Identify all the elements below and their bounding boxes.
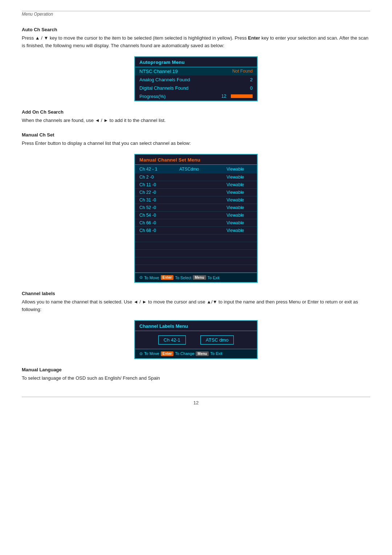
footer-divider — [22, 397, 370, 397]
manual-ch-header-col1: Ch 42 - 1 — [139, 167, 179, 172]
progress-bar-container: 12 — [221, 94, 253, 99]
enter-button[interactable]: Enter — [161, 275, 174, 280]
ch-col1: Ch 22 -0 — [139, 190, 179, 195]
ch-col2 — [179, 228, 226, 233]
table-row: Ch 66 -0 Viewable — [135, 219, 257, 227]
ch-col1: Ch 54 -0 — [139, 213, 179, 218]
table-row: Ch 31 -0 Viewable — [135, 196, 257, 204]
auto-ch-search-body: Press ▲ / ▼ key to move the cursor to th… — [22, 34, 370, 50]
autoprogram-row-progress: Progress(%) 12 — [135, 92, 257, 101]
move-label: To Move — [144, 276, 159, 280]
table-row: Ch 2 -0 Viewable — [135, 174, 257, 181]
autoprogram-row-analog: Analog Channels Found 2 — [135, 76, 257, 84]
menu-button[interactable]: Menu — [193, 275, 206, 280]
exit-label: To Exit — [208, 276, 220, 280]
analog-label: Analog Channels Found — [139, 77, 190, 82]
exit-label: To Exit — [210, 351, 222, 356]
digital-label: Digital Channels Found — [139, 85, 188, 91]
manual-ch-header-row: Ch 42 - 1 ATSCdmo Viewable — [135, 165, 257, 174]
ntsc-value: Not Found — [232, 69, 253, 74]
ch-col1: Ch 68 -0 — [139, 228, 179, 233]
ch-col3: Viewable — [226, 175, 259, 180]
manual-ch-set-body: Press Enter button to display a channel … — [22, 140, 370, 147]
channel-labels-fields-row: Ch 42-1 ATSC dmo — [135, 331, 257, 349]
channel-number-field[interactable]: Ch 42-1 — [158, 335, 186, 344]
ch-col3: Viewable — [226, 228, 259, 233]
ch-col3: Viewable — [226, 220, 259, 225]
select-label: To Select — [175, 276, 191, 280]
analog-value: 2 — [250, 77, 253, 82]
table-row-empty — [135, 265, 257, 273]
channel-labels-title: Channel labels — [22, 291, 370, 296]
ch-col2 — [179, 213, 226, 218]
autoprogram-menu-box: Autoprogram Menu NTSC Channel 19 Not Fou… — [134, 56, 258, 101]
progress-num: 12 — [221, 94, 229, 99]
move-icon: ⊙ — [139, 351, 143, 356]
ch-col1: Ch 52 -0 — [139, 205, 179, 210]
ch-col3: Viewable — [226, 197, 259, 203]
table-row: Ch 11 -0 Viewable — [135, 181, 257, 189]
table-row-empty — [135, 257, 257, 265]
ch-col3: Viewable — [226, 205, 259, 210]
ch-col1: Ch 11 -0 — [139, 182, 179, 187]
ch-col3: Viewable — [226, 213, 259, 218]
progress-label: Progress(%) — [139, 94, 166, 99]
autoprogram-menu-wrapper: Autoprogram Menu NTSC Channel 19 Not Fou… — [22, 56, 370, 101]
ch-col1: Ch 31 -0 — [139, 197, 179, 203]
header-label: Menu Operation — [22, 12, 53, 17]
table-row: Ch 22 -0 Viewable — [135, 189, 257, 196]
channel-labels-menu-box: Channel Labels Menu Ch 42-1 ATSC dmo ⊙ T… — [134, 320, 258, 359]
ch-col3: Viewable — [226, 182, 259, 187]
manual-menu-footer: ⊙ To Move Enter To Select Menu To Exit — [135, 273, 257, 282]
auto-ch-search-title: Auto Ch Search — [22, 27, 370, 32]
ch-col1: Ch 2 -0 — [139, 175, 179, 180]
ch-col2 — [179, 205, 226, 210]
autoprogram-row-digital: Digital Channels Found 0 — [135, 84, 257, 92]
manual-channel-menu-title: Manual Channel Set Menu — [135, 155, 257, 165]
digital-value: 0 — [250, 85, 253, 91]
enter-button[interactable]: Enter — [161, 351, 174, 356]
channel-labels-footer: ⊙ To Move Enter To Change Menu To Exit — [135, 349, 257, 358]
channel-labels-body: Allows you to name the channel that is s… — [22, 298, 370, 314]
move-label: To Move — [144, 351, 159, 356]
progress-bar — [231, 94, 253, 98]
header-divider: Menu Operation — [22, 11, 370, 19]
channel-labels-menu-title: Channel Labels Menu — [135, 321, 257, 331]
table-row: Ch 68 -0 Viewable — [135, 227, 257, 234]
ch-col2 — [179, 175, 226, 180]
manual-ch-header-col2: ATSCdmo — [179, 167, 226, 172]
add-on-ch-search-title: Add On Ch Search — [22, 109, 370, 115]
table-row: Ch 52 -0 Viewable — [135, 204, 257, 212]
ch-col2 — [179, 220, 226, 225]
autoprogram-row-ntsc: NTSC Channel 19 Not Found — [135, 67, 257, 76]
ntsc-label: NTSC Channel 19 — [139, 69, 178, 74]
ch-col1: Ch 66 -0 — [139, 220, 179, 225]
manual-ch-header-col3: Viewable — [226, 167, 259, 172]
manual-language-title: Manual Language — [22, 367, 370, 372]
manual-language-body: To select language of the OSD such as En… — [22, 375, 370, 382]
ch-col2 — [179, 182, 226, 187]
menu-button[interactable]: Menu — [196, 351, 209, 356]
page-number: 12 — [22, 400, 370, 405]
table-row-empty — [135, 234, 257, 242]
channel-labels-menu-wrapper: Channel Labels Menu Ch 42-1 ATSC dmo ⊙ T… — [22, 320, 370, 359]
change-label: To Change — [175, 351, 194, 356]
manual-channel-menu-box: Manual Channel Set Menu Ch 42 - 1 ATSCdm… — [134, 154, 258, 283]
add-on-ch-search-body: When the channels are found, use ◄ / ► t… — [22, 117, 370, 125]
table-row-empty — [135, 242, 257, 250]
ch-col2 — [179, 190, 226, 195]
ch-col3: Viewable — [226, 190, 259, 195]
manual-channel-menu-wrapper: Manual Channel Set Menu Ch 42 - 1 ATSCdm… — [22, 154, 370, 283]
manual-ch-set-title: Manual Ch Set — [22, 132, 370, 138]
table-row: Ch 54 -0 Viewable — [135, 212, 257, 219]
channel-name-field[interactable]: ATSC dmo — [200, 335, 234, 344]
autoprogram-menu-title: Autoprogram Menu — [135, 57, 257, 67]
ch-col2 — [179, 197, 226, 203]
move-icon: ⊙ — [139, 275, 143, 280]
table-row-empty — [135, 250, 257, 257]
